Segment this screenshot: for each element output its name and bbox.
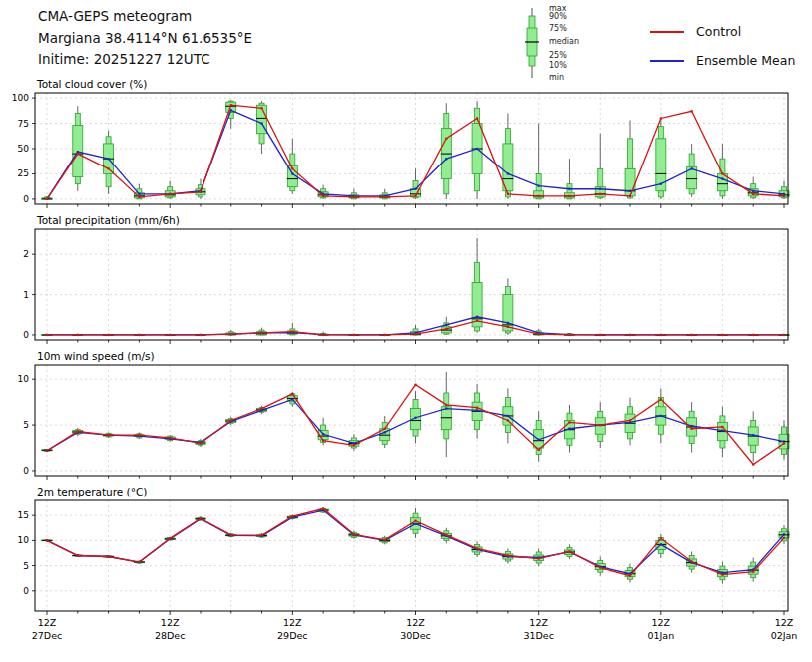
box-group — [72, 106, 83, 191]
control-marker — [752, 571, 754, 573]
control-marker — [46, 334, 48, 336]
box-group — [686, 402, 697, 452]
control-marker — [445, 328, 447, 330]
control-marker — [291, 331, 293, 333]
x-date-label: 28Dec — [155, 630, 185, 641]
x-hour-label: 12Z — [529, 617, 548, 628]
control-marker — [230, 534, 232, 536]
control-marker — [353, 444, 355, 446]
control-marker — [721, 426, 723, 428]
ensemble-marker — [599, 188, 601, 190]
control-marker — [538, 333, 540, 335]
line-legend: Control Ensemble Mean — [650, 24, 795, 82]
ensemble-marker — [721, 572, 723, 574]
control-marker — [660, 537, 662, 539]
ensemble-marker — [721, 177, 723, 179]
control-marker — [107, 334, 109, 336]
control-marker — [230, 333, 232, 335]
y-tick-label: 10 — [18, 374, 30, 384]
x-hour-label: 12Z — [283, 617, 302, 628]
panel-1: 012Total precipitation (mm/6h) — [23, 214, 789, 344]
control-marker — [107, 167, 109, 169]
ensemble-marker — [445, 324, 447, 326]
y-tick-label: 1 — [23, 290, 29, 300]
control-marker — [138, 334, 140, 336]
y-tick-label: 0 — [23, 586, 29, 596]
control-marker — [476, 407, 478, 409]
x-hour-label: 12Z — [38, 617, 57, 628]
control-marker — [169, 537, 171, 539]
legend-label-90: 90% — [549, 12, 567, 21]
x-date-label: 30Dec — [400, 630, 430, 641]
control-marker — [414, 195, 416, 197]
box-group — [655, 118, 666, 198]
x-date-label: 31Dec — [523, 630, 553, 641]
x-date-label: 27Dec — [32, 630, 62, 641]
ensemble-marker — [230, 109, 232, 111]
control-marker — [291, 515, 293, 517]
box-group — [441, 103, 452, 199]
control-marker — [691, 110, 693, 112]
control-marker — [507, 193, 509, 195]
control-marker — [322, 195, 324, 197]
control-marker — [476, 117, 478, 119]
ensemble-marker — [322, 433, 324, 435]
box-group — [748, 177, 759, 199]
x-hour-label: 12Z — [161, 617, 180, 628]
control-marker — [507, 419, 509, 421]
x-date-label: 02Jan — [771, 630, 798, 641]
ensemble-marker — [538, 439, 540, 441]
boxplot-legend-labels: max 90% 75% median 25% 10% min — [547, 4, 591, 84]
control-marker — [660, 398, 662, 400]
legend-label-25: 25% — [549, 51, 567, 60]
control-marker — [752, 463, 754, 465]
control-marker — [507, 326, 509, 328]
panel-title: 2m temperature (°C) — [37, 486, 147, 497]
ensemble-marker — [660, 543, 662, 545]
control-marker — [445, 534, 447, 536]
control-marker — [660, 117, 662, 119]
control-marker — [200, 442, 202, 444]
y-tick-label: 15 — [18, 510, 29, 520]
control-marker — [260, 534, 262, 536]
box-group — [533, 124, 544, 199]
legend-label-min: min — [549, 73, 564, 82]
ensemble-marker — [445, 407, 447, 409]
y-tick-label: 0 — [23, 466, 29, 476]
control-marker — [445, 138, 447, 140]
control-marker — [783, 442, 785, 444]
control-marker — [568, 195, 570, 197]
control-marker — [77, 153, 79, 155]
control-marker — [599, 424, 601, 426]
control-legend-swatch — [650, 31, 684, 33]
ensemble-marker — [691, 425, 693, 427]
y-tick-label: 25 — [18, 168, 29, 178]
ensemble-marker — [107, 158, 109, 160]
control-marker — [721, 574, 723, 576]
ensemble-marker — [568, 188, 570, 190]
control-marker — [414, 384, 416, 386]
meteogram-chart: 0255075100Total cloud cover (%)012Total … — [0, 0, 812, 662]
legend-label-75: 75% — [549, 24, 567, 33]
ensemble-marker — [138, 193, 140, 195]
legend-label-median: median — [549, 37, 579, 46]
control-marker — [783, 537, 785, 539]
control-marker — [507, 554, 509, 556]
control-marker — [445, 404, 447, 406]
ensemble-marker — [414, 523, 416, 525]
legend-label-10: 10% — [549, 61, 567, 70]
ensemble-marker — [568, 428, 570, 430]
control-marker — [752, 334, 754, 336]
y-tick-label: 75 — [18, 119, 29, 129]
control-marker — [721, 334, 723, 336]
box-group — [287, 139, 298, 194]
control-marker — [721, 172, 723, 174]
control-marker — [77, 334, 79, 336]
control-marker — [538, 195, 540, 197]
control-marker — [260, 107, 262, 109]
x-hour-label: 12Z — [652, 617, 671, 628]
control-marker — [691, 334, 693, 336]
panel-0: 0255075100Total cloud cover (%) — [12, 78, 790, 208]
control-marker — [599, 334, 601, 336]
y-tick-label: 10 — [18, 535, 30, 545]
